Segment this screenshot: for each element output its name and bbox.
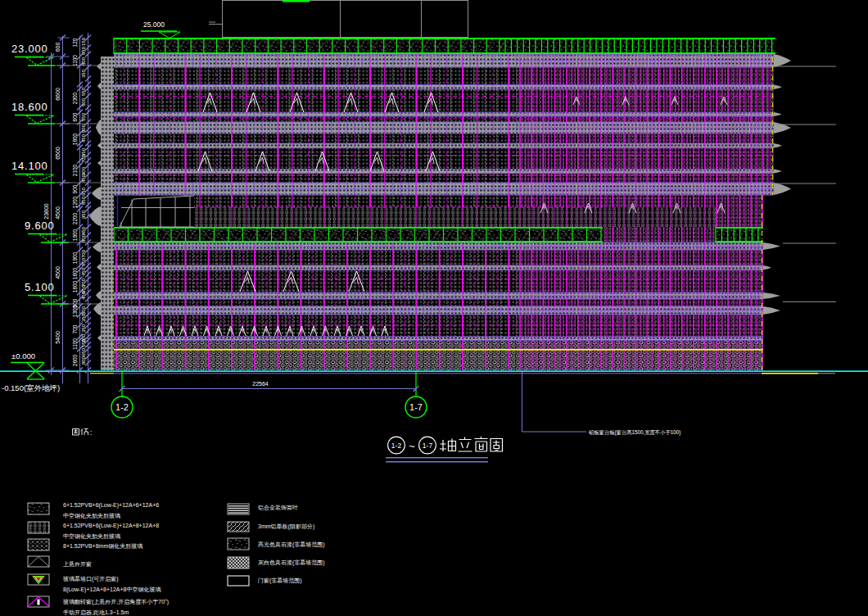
svg-text:800: 800 <box>81 57 86 66</box>
svg-text:1-2: 1-2 <box>391 442 402 450</box>
svg-text:8+1.52PVB+8mm钢化夹胜玻璃: 8+1.52PVB+8mm钢化夹胜玻璃 <box>63 543 142 550</box>
svg-text:2100: 2100 <box>72 164 78 176</box>
svg-text:1-2: 1-2 <box>115 402 129 412</box>
svg-text::: : <box>90 428 93 437</box>
svg-text:900: 900 <box>72 184 78 193</box>
svg-text:450: 450 <box>81 267 86 276</box>
svg-text:2600: 2600 <box>72 354 78 366</box>
svg-text:铝合金装饰百叶: 铝合金装饰百叶 <box>257 505 298 511</box>
svg-text:门窗(非幕墙范围): 门窗(非幕墙范围) <box>258 578 302 584</box>
svg-text:400: 400 <box>81 291 86 300</box>
svg-text:-0.150(室外地坪): -0.150(室外地坪) <box>2 383 60 392</box>
svg-text:中空钢化夹胎夹胜玻璃: 中空钢化夹胎夹胜玻璃 <box>63 513 120 519</box>
svg-text:2200: 2200 <box>72 212 78 224</box>
svg-text:600: 600 <box>72 112 78 121</box>
svg-text:1900: 1900 <box>72 229 78 241</box>
svg-text:650: 650 <box>81 187 86 196</box>
svg-text:950: 950 <box>81 46 86 55</box>
svg-text:23800: 23800 <box>43 203 49 220</box>
svg-text:6600: 6600 <box>55 88 61 101</box>
svg-text:550: 550 <box>81 87 86 96</box>
svg-text:±0.000: ±0.000 <box>11 351 35 360</box>
svg-text:6500: 6500 <box>55 147 61 160</box>
svg-text:950: 950 <box>81 210 86 219</box>
svg-text:700: 700 <box>72 324 78 333</box>
svg-text:~: ~ <box>409 440 415 452</box>
svg-text:550: 550 <box>81 112 86 121</box>
svg-text:14.100: 14.100 <box>11 160 48 172</box>
svg-text:850: 850 <box>81 257 86 266</box>
svg-text:23.000: 23.000 <box>11 43 48 55</box>
svg-text:3mm铝单板(阴影部分): 3mm铝单板(阴影部分) <box>258 523 314 530</box>
svg-text:150: 150 <box>81 37 86 46</box>
svg-text:350: 350 <box>81 324 86 333</box>
svg-text:手动开启器,距地1.3~1.5m: 手动开启器,距地1.3~1.5m <box>63 609 129 616</box>
svg-text:4500: 4500 <box>55 206 61 220</box>
svg-text:6+1.52PVB+6(Low-E)+12A+8+12A+8: 6+1.52PVB+6(Low-E)+12A+8+12A+8 <box>63 523 159 529</box>
svg-text:9.600: 9.600 <box>25 220 55 232</box>
svg-text:2300: 2300 <box>72 92 78 104</box>
svg-text:500: 500 <box>81 306 86 315</box>
svg-text:550: 550 <box>81 338 86 347</box>
svg-text:800: 800 <box>81 356 86 365</box>
svg-text:1100: 1100 <box>72 55 78 66</box>
svg-text:700: 700 <box>81 249 86 258</box>
svg-text:铝板窗台板(窗台高1500,宽度不小于100): 铝板窗台板(窗台高1500,宽度不小于100) <box>588 429 680 436</box>
svg-text:6+1.52PVB+6(Low-E)+12A+6+12A+6: 6+1.52PVB+6(Low-E)+12A+6+12A+6 <box>63 502 159 509</box>
svg-text:18.600: 18.600 <box>11 101 48 113</box>
svg-text:800: 800 <box>81 233 86 242</box>
svg-text:700: 700 <box>81 154 86 163</box>
svg-text:650: 650 <box>81 347 86 356</box>
svg-text:450: 450 <box>81 174 86 183</box>
svg-text:1100: 1100 <box>72 338 78 350</box>
svg-text:1200: 1200 <box>72 196 78 208</box>
svg-text:1900: 1900 <box>72 251 78 264</box>
svg-text:玻璃幕墙口(可开启窗): 玻璃幕墙口(可开启窗) <box>63 576 119 582</box>
svg-text:玻璃翻转窗(上悬外开,开启角度不小于70°): 玻璃翻转窗(上悬外开,开启角度不小于70°) <box>63 599 169 605</box>
svg-text:1-7: 1-7 <box>423 442 433 450</box>
svg-text:450: 450 <box>81 134 86 143</box>
svg-text:900: 900 <box>81 124 86 133</box>
svg-text:600: 600 <box>55 43 61 52</box>
svg-text:450: 450 <box>81 226 86 235</box>
svg-text:600: 600 <box>81 97 86 106</box>
svg-text:350: 350 <box>81 69 86 78</box>
svg-text:850: 850 <box>81 196 86 205</box>
svg-text:22564: 22564 <box>252 381 269 387</box>
svg-text:5400: 5400 <box>55 331 61 344</box>
svg-text:上悬外开窗: 上悬外开窗 <box>63 561 92 568</box>
svg-text:120: 120 <box>72 38 78 47</box>
svg-text:900: 900 <box>81 166 86 175</box>
svg-text:灰白色真石漆(非幕墙范围): 灰白色真石漆(非幕墙范围) <box>258 559 325 566</box>
svg-text:1600: 1600 <box>72 267 78 279</box>
svg-text:1-7: 1-7 <box>409 402 423 412</box>
svg-text:8(Low-E)+12A+8+12A+8中空钢化玻璃: 8(Low-E)+12A+8+12A+8中空钢化玻璃 <box>63 587 160 593</box>
svg-text:中空钢化夹胎夹胜玻璃: 中空钢化夹胎夹胜玻璃 <box>63 533 120 540</box>
svg-text:1800: 1800 <box>72 133 78 145</box>
svg-text:350: 350 <box>81 313 86 322</box>
svg-text:5.100: 5.100 <box>25 281 55 293</box>
svg-text:4500: 4500 <box>55 266 61 279</box>
svg-text:高光色真石漆(非幕墙范围): 高光色真石漆(非幕墙范围) <box>258 541 325 548</box>
svg-text:1300: 1300 <box>72 305 78 317</box>
svg-text:1600: 1600 <box>72 280 78 292</box>
svg-text:25.000: 25.000 <box>143 20 165 29</box>
